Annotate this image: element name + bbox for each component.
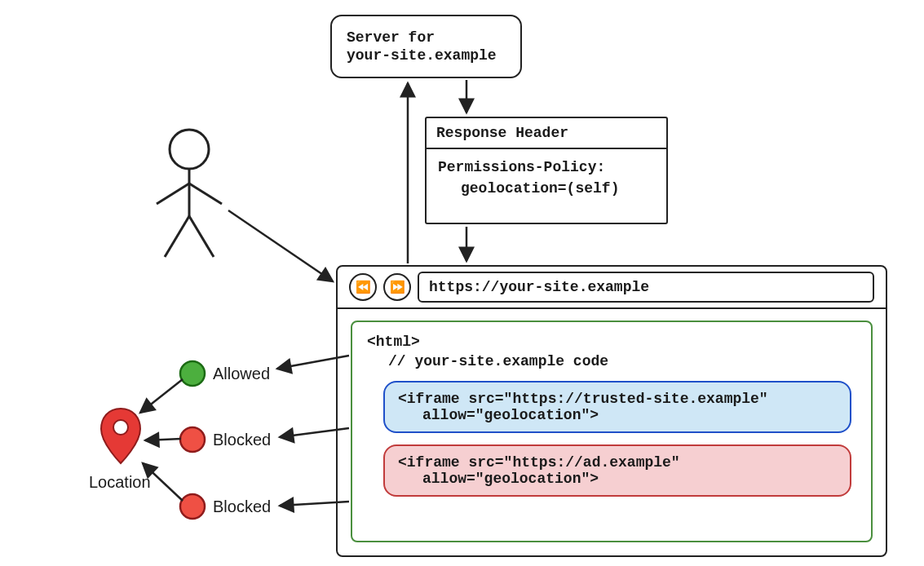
arrows-layer (0, 0, 924, 566)
svg-line-17 (228, 210, 333, 281)
svg-line-21 (277, 356, 349, 369)
svg-line-25 (145, 439, 181, 440)
svg-line-23 (280, 502, 349, 506)
svg-line-24 (140, 379, 183, 413)
svg-line-26 (143, 463, 183, 501)
svg-line-22 (280, 428, 349, 437)
